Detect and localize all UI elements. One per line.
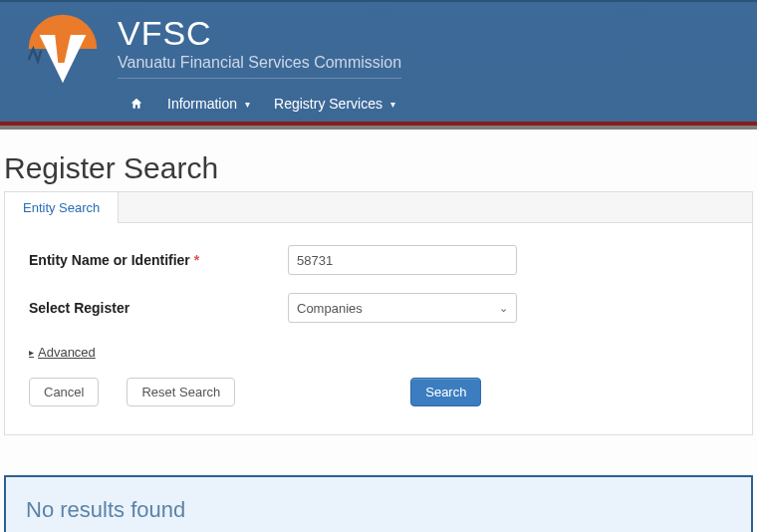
entity-label: Entity Name or Identifier * [29,252,288,268]
search-panel: Entity Search Entity Name or Identifier … [4,191,753,435]
nav-information[interactable]: Information ▾ [167,96,250,112]
home-icon [129,97,143,111]
logo [24,10,102,88]
nav-information-label: Information [167,96,237,112]
advanced-label: Advanced [38,345,96,360]
cancel-button[interactable]: Cancel [29,378,99,406]
logo-svg [24,10,102,88]
chevron-down-icon: ▾ [245,99,250,110]
required-marker: * [194,252,199,268]
register-select[interactable]: Companies ⌄ [288,293,517,323]
results-message: No results found [26,497,731,523]
reset-button[interactable]: Reset Search [126,378,235,406]
advanced-toggle[interactable]: ▸ Advanced [29,345,96,360]
register-select-value: Companies [297,301,363,316]
page-title: Register Search [4,151,755,185]
entity-label-text: Entity Name or Identifier [29,252,190,268]
tab-entity-search[interactable]: Entity Search [4,191,119,223]
triangle-right-icon: ▸ [29,347,34,358]
register-label: Select Register [29,300,288,316]
brand-subtitle: Vanuatu Financial Services Commission [118,54,401,79]
nav-home[interactable] [129,97,143,111]
chevron-down-icon: ▾ [390,99,395,110]
tabs: Entity Search [5,192,752,223]
header: VFSC Vanuatu Financial Services Commissi… [0,0,757,122]
chevron-down-icon: ⌄ [499,302,508,315]
brand-title: VFSC [118,16,401,50]
results-panel: No results found [4,475,753,532]
nav-registry-services-label: Registry Services [274,96,382,112]
entity-input[interactable] [288,245,517,275]
main-nav: Information ▾ Registry Services ▾ [0,88,757,122]
search-button[interactable]: Search [410,378,481,406]
nav-registry-services[interactable]: Registry Services ▾ [274,96,395,112]
